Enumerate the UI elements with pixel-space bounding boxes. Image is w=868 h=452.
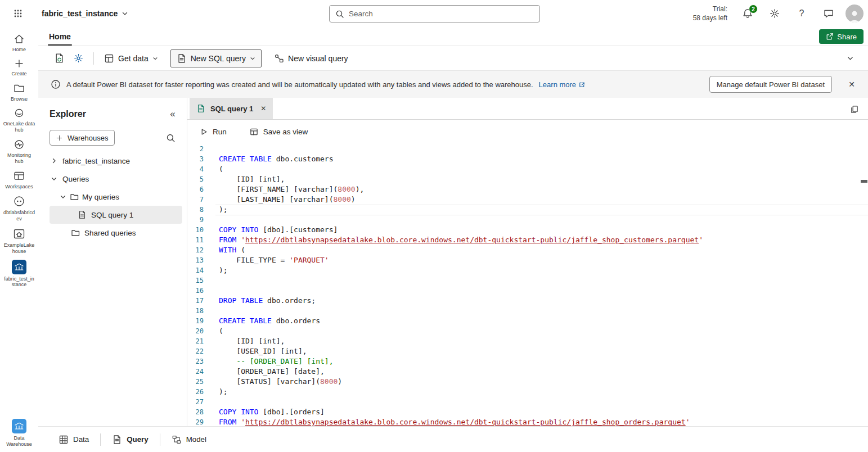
app-launcher-button[interactable] [8, 3, 28, 24]
code-line[interactable]: 20( [187, 326, 868, 336]
code-line[interactable]: 27 [187, 397, 868, 407]
code-line[interactable]: 12WITH ( [187, 245, 868, 255]
help-button[interactable]: ? [791, 3, 812, 24]
chevron-down-icon [152, 56, 158, 61]
code-line[interactable]: 9 [187, 215, 868, 225]
code-text: CREATE TABLE dbo.orders [219, 316, 320, 326]
footer-tab-query[interactable]: Query [109, 435, 152, 445]
settings-button[interactable] [764, 3, 785, 24]
scrollbar-marker[interactable] [861, 180, 867, 183]
code-text: COPY INTO [dbo].[customers] [219, 225, 338, 235]
add-warehouses-button[interactable]: Warehouses [50, 130, 115, 146]
save-as-view-button[interactable]: Save as view [244, 123, 314, 141]
tab-home[interactable]: Home [46, 27, 74, 46]
code-line[interactable]: 7 [LAST_NAME] [varchar](8000) [187, 195, 868, 205]
code-text: [STATUS] [varchar](8000) [219, 377, 342, 387]
avatar[interactable] [845, 4, 863, 22]
copy-button[interactable] [847, 102, 861, 116]
footer-separator [160, 433, 160, 446]
code-line[interactable]: 4( [187, 164, 868, 174]
sql-file-icon [78, 210, 87, 219]
tree-item-my-queries[interactable]: My queries [38, 188, 187, 206]
code-line[interactable]: 2 [187, 144, 868, 154]
code-text: COPY INTO [dbo].[orders] [219, 407, 325, 417]
share-button[interactable]: Share [819, 29, 863, 44]
product-name-dropdown[interactable]: fabric_test_instance [42, 9, 128, 18]
line-number: 28 [187, 407, 204, 417]
code-line[interactable]: 22 [USER_ID] [int], [187, 346, 868, 356]
nav-item-browse[interactable]: Browse [2, 82, 37, 102]
code-text: [ORDER_DATE] [date], [219, 367, 325, 377]
line-number: 29 [187, 417, 204, 426]
line-number: 22 [187, 346, 204, 356]
code-line[interactable]: 15 [187, 275, 868, 286]
code-line[interactable]: 11FROM 'https://dbtlabsynapsedatalake.bl… [187, 235, 868, 245]
bottom-bar: Data Query Model [38, 426, 868, 452]
nav-item-monitoring-hub[interactable]: Monitoring hub [2, 138, 37, 165]
code-line[interactable]: 18 [187, 306, 868, 316]
nav-item-examplelakehouse[interactable]: ExampleLakehouse [2, 227, 37, 255]
get-data-button[interactable]: Get data [100, 49, 163, 67]
tab-close-button[interactable]: ✕ [260, 105, 266, 112]
left-nav: Home Create Browse OneLake data hub Moni… [0, 27, 38, 452]
tab-sql-query-1[interactable]: SQL query 1 ✕ [190, 98, 273, 119]
new-sql-query-button[interactable]: New SQL query [170, 49, 262, 67]
nav-item-onelake-data-hub[interactable]: OneLake data hub [2, 107, 37, 133]
line-number: 27 [187, 397, 204, 407]
refresh-query-button[interactable] [50, 49, 69, 68]
search-input[interactable] [349, 10, 534, 18]
tree-item-shared-queries[interactable]: Shared queries [38, 224, 187, 242]
manage-default-dataset-button[interactable]: Manage default Power BI dataset [709, 76, 832, 93]
code-line[interactable]: 14); [187, 265, 868, 275]
code-text: ( [219, 164, 223, 174]
code-line[interactable]: 29FROM 'https://dbtlabsynapsedatalake.bl… [187, 417, 868, 426]
code-line[interactable]: 19CREATE TABLE dbo.orders [187, 316, 868, 326]
code-line[interactable]: 16 [187, 286, 868, 296]
code-line[interactable]: 13 FILE_TYPE = 'PARQUET' [187, 255, 868, 265]
nav-item-fabric-test-instance[interactable]: fabric_test_instance [2, 260, 37, 288]
tree-item-queries[interactable]: Queries [38, 170, 187, 188]
banner-close-button[interactable]: ✕ [843, 76, 860, 93]
nav-item-home[interactable]: Home [2, 33, 37, 53]
nav-item-create[interactable]: Create [2, 58, 37, 77]
code-line[interactable]: 3CREATE TABLE dbo.customers [187, 154, 868, 164]
code-line[interactable]: 8); [187, 205, 868, 215]
collapse-panel-button[interactable]: « [165, 107, 180, 121]
feedback-button[interactable] [818, 3, 839, 24]
search-icon [335, 10, 344, 19]
code-line[interactable]: 26); [187, 387, 868, 397]
data-warehouse-icon [12, 419, 26, 433]
line-number: 9 [187, 215, 204, 225]
footer-tab-model[interactable]: Model [168, 435, 210, 445]
footer-tab-data[interactable]: Data [55, 435, 92, 445]
settings-gear-button[interactable] [69, 49, 88, 68]
explorer-search-button[interactable] [162, 129, 179, 146]
query-toolbar: Run Save as view [187, 120, 868, 144]
code-line[interactable]: 10COPY INTO [dbo].[customers] [187, 225, 868, 235]
code-line[interactable]: 24 [ORDER_DATE] [date], [187, 367, 868, 377]
tree-item-sql-query-1[interactable]: SQL query 1 [50, 206, 182, 224]
learn-more-link[interactable]: Learn more [539, 80, 586, 89]
run-button[interactable]: Run [194, 123, 232, 141]
code-editor[interactable]: 23CREATE TABLE dbo.customers4(5 [ID] [in… [187, 144, 868, 426]
nav-item-data-warehouse[interactable]: Data Warehouse [2, 419, 37, 448]
new-visual-query-button[interactable]: New visual query [269, 49, 353, 67]
line-number: 6 [187, 184, 204, 195]
nav-item-dbtlabsfabricdev[interactable]: dbtlabsfabricdev [2, 195, 37, 222]
code-line[interactable]: 25 [STATUS] [varchar](8000) [187, 377, 868, 387]
chevron-right-icon [51, 157, 57, 164]
code-line[interactable]: 17DROP TABLE dbo.orders; [187, 296, 868, 306]
code-line[interactable]: 5 [ID] [int], [187, 174, 868, 184]
line-number: 15 [187, 275, 204, 286]
code-line[interactable]: 21 [ID] [int], [187, 336, 868, 346]
folder-icon [13, 82, 25, 94]
code-text: -- [ORDER_DATE] [int], [219, 356, 334, 367]
code-line[interactable]: 23 -- [ORDER_DATE] [int], [187, 356, 868, 367]
code-line[interactable]: 6 [FIRST_NAME] [varchar](8000), [187, 184, 868, 195]
tree-item-warehouse[interactable]: fabric_test_instance [38, 152, 187, 170]
code-line[interactable]: 28COPY INTO [dbo].[orders] [187, 407, 868, 417]
external-link-icon [578, 81, 586, 88]
nav-item-workspaces[interactable]: Workspaces [2, 170, 37, 190]
ribbon-collapse-button[interactable] [842, 51, 858, 66]
notifications-button[interactable]: 2 [737, 3, 758, 24]
